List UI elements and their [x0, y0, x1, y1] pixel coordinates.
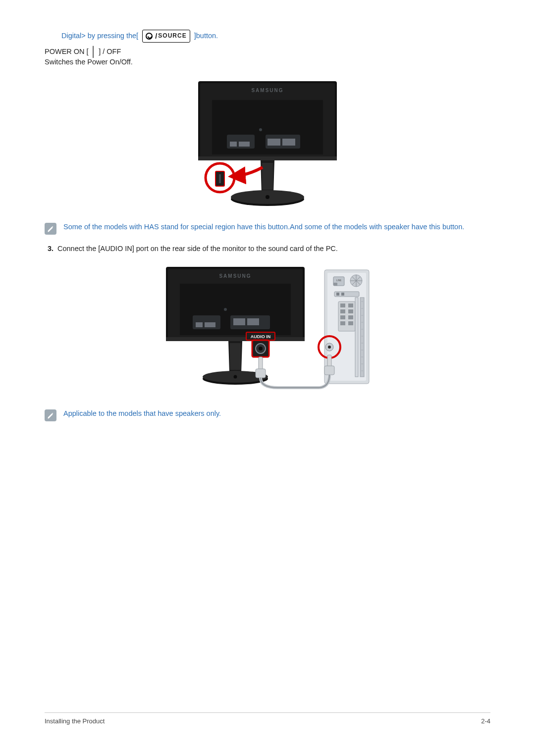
svg-rect-27: [233, 318, 245, 325]
svg-rect-69: [360, 298, 364, 377]
svg-point-34: [234, 375, 237, 378]
svg-rect-24: [196, 322, 203, 327]
top-line-prefix: Digital> by pressing the[: [61, 32, 138, 40]
power-bar-icon: │: [91, 46, 97, 57]
note-icon: [45, 409, 56, 421]
slash-icon: /: [155, 31, 157, 42]
svg-rect-61: [348, 315, 353, 319]
power-heading: POWER ON [ │ ] / OFF: [45, 47, 490, 57]
svg-rect-62: [340, 321, 345, 325]
svg-rect-54: [341, 293, 344, 296]
footer-section: Installing the Product: [45, 717, 105, 726]
svg-rect-60: [340, 315, 345, 319]
svg-rect-18: [219, 174, 221, 183]
svg-point-39: [259, 347, 263, 351]
svg-rect-68: [324, 366, 334, 375]
svg-rect-59: [348, 309, 353, 313]
svg-point-66: [328, 346, 331, 349]
svg-rect-58: [340, 309, 345, 313]
note-icon: [45, 223, 56, 235]
svg-text:LINE: LINE: [336, 279, 341, 282]
svg-rect-31: [230, 343, 241, 370]
svg-rect-57: [348, 303, 353, 307]
source-label: SOURCE: [158, 32, 186, 40]
svg-rect-46: [333, 283, 337, 286]
figure-audio-in: SAMSUNG AUDIO IN: [45, 263, 490, 397]
top-line-suffix: ]button.: [194, 32, 218, 40]
svg-point-29: [224, 308, 227, 311]
svg-rect-56: [340, 303, 345, 307]
svg-rect-8: [268, 139, 280, 146]
svg-rect-28: [247, 318, 259, 325]
step-3-text: Connect the [AUDIO IN] port on the rear …: [57, 245, 338, 252]
svg-rect-6: [239, 142, 250, 147]
enter-icon: [146, 33, 153, 40]
has-stand-note: Some of the models with HAS stand for sp…: [63, 222, 490, 232]
svg-rect-25: [205, 322, 215, 327]
speakers-note: Applicable to the models that have speak…: [63, 408, 490, 419]
svg-text:SAMSUNG: SAMSUNG: [219, 273, 251, 279]
step-3: Connect the [AUDIO IN] port on the rear …: [55, 244, 490, 254]
svg-rect-12: [262, 163, 273, 190]
svg-rect-53: [336, 293, 339, 296]
svg-rect-70: [355, 298, 358, 377]
svg-rect-11: [198, 156, 337, 160]
svg-rect-63: [348, 321, 353, 325]
page-number: 2-4: [481, 717, 490, 726]
svg-text:AUDIO IN: AUDIO IN: [251, 334, 271, 339]
power-desc: Switches the Power On/Off.: [45, 57, 490, 67]
svg-point-15: [266, 195, 269, 199]
figure-power-button: SAMSUNG: [45, 76, 490, 210]
svg-point-10: [259, 128, 262, 131]
enter-source-button-icon: / SOURCE: [142, 30, 190, 43]
svg-rect-30: [166, 337, 305, 341]
svg-rect-67: [327, 355, 331, 367]
svg-rect-5: [230, 142, 237, 147]
svg-rect-9: [282, 139, 295, 146]
svg-text:SAMSUNG: SAMSUNG: [251, 88, 283, 93]
svg-rect-41: [256, 369, 266, 378]
svg-rect-40: [259, 357, 263, 370]
